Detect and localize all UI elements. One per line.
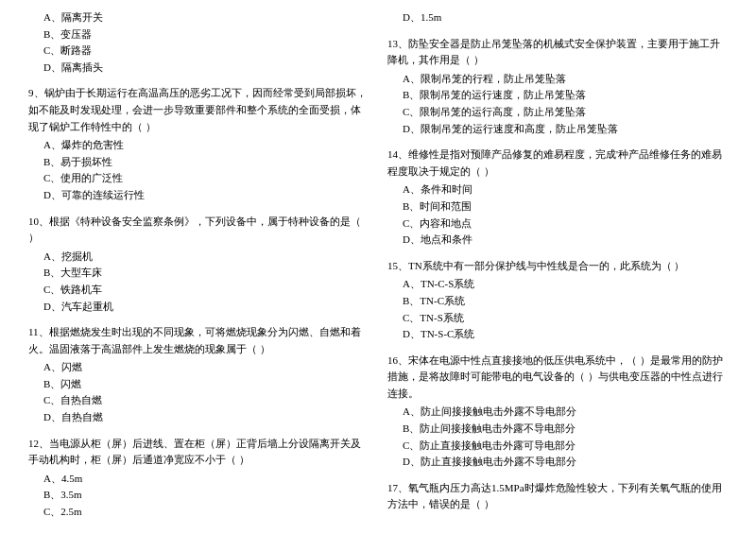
option: B、闪燃 [28,376,369,393]
question-text: 16、宋体在电源中性点直接接地的低压供电系统中，（ ）是最常用的防护措施，是将故… [387,353,728,403]
question-block: 17、氧气瓶内压力高达1.5MPa时爆炸危险性较大，下列有关氧气瓶的使用方法中，… [387,480,728,515]
question-block: 11、根据燃烧发生时出现的不同现象，可将燃烧现象分为闪燃、自燃和着火。温固液落于… [28,324,369,426]
option: A、TN-C-S系统 [387,276,728,293]
question-block: 13、防坠安全器是防止吊笼坠落的机械式安全保护装置，主要用于施工升降机，其作用是… [387,36,728,138]
question-text: 17、氧气瓶内压力高达1.5MPa时爆炸危险性较大，下列有关氧气瓶的使用方法中，… [387,480,728,513]
option: A、闪燃 [28,359,369,376]
option: C、断路器 [28,43,369,60]
question-text: 10、根据《特种设备安全监察条例》，下列设备中，属于特种设备的是（ ） [28,214,369,247]
right-column: D、1.5m13、防坠安全器是防止吊笼坠落的机械式安全保护装置，主要用于施工升降… [387,9,728,526]
option: C、限制吊笼的运行高度，防止吊笼坠落 [387,104,728,121]
option: D、1.5m [387,9,728,26]
option: A、隔离开关 [28,9,369,26]
question-text: 15、TN系统中有一部分保护线与中性线是合一的，此系统为（ ） [387,258,728,275]
question-block: 16、宋体在电源中性点直接接地的低压供电系统中，（ ）是最常用的防护措施，是将故… [387,353,728,471]
option: A、条件和时间 [387,181,728,198]
option: D、隔离插头 [28,60,369,77]
left-column: A、隔离开关B、变压器C、断路器D、隔离插头9、锅炉由于长期运行在高温高压的恶劣… [28,9,369,526]
question-block: 15、TN系统中有一部分保护线与中性线是合一的，此系统为（ ）A、TN-C-S系… [387,258,728,343]
question-text: 9、锅炉由于长期运行在高温高压的恶劣工况下，因而经常受到局部损坏，如不能及时发现… [28,85,369,135]
option: B、3.5m [28,487,369,504]
question-block: A、隔离开关B、变压器C、断路器D、隔离插头 [28,9,369,76]
option: A、4.5m [28,471,369,488]
question-block: 10、根据《特种设备安全监察条例》，下列设备中，属于特种设备的是（ ）A、挖掘机… [28,214,369,316]
question-text: 14、维修性是指对预障产品修复的难易程度，完成'种产品维修任务的难易程度取决于规… [387,146,728,180]
option: B、易于损坏性 [28,154,369,171]
question-block: 14、维修性是指对预障产品修复的难易程度，完成'种产品维修任务的难易程度取决于规… [387,146,728,249]
option: B、防止间接接触电击外露不导电部分 [387,421,728,438]
option: A、挖掘机 [28,249,369,266]
option: C、TN-S系统 [387,310,728,327]
option: B、变压器 [28,26,369,43]
option: A、防止间接接触电击外露不导电部分 [387,404,728,421]
option: C、使用的广泛性 [28,170,369,187]
page-content: A、隔离开关B、变压器C、断路器D、隔离插头9、锅炉由于长期运行在高温高压的恶劣… [28,9,728,526]
option: A、限制吊笼的行程，防止吊笼坠落 [387,71,728,88]
option: C、铁路机车 [28,282,369,299]
question-text: 12、当电源从柜（屏）后进线、置在柜（屏）正背后墙上分设隔离开关及手动机构时，柜… [28,436,369,469]
question-block: D、1.5m [387,9,728,26]
option: D、限制吊笼的运行速度和高度，防止吊笼坠落 [387,121,728,138]
question-block: 12、当电源从柜（屏）后进线、置在柜（屏）正背后墙上分设隔离开关及手动机构时，柜… [28,436,369,521]
question-text: 11、根据燃烧发生时出现的不同现象，可将燃烧现象分为闪燃、自燃和着火。温固液落于… [28,324,369,357]
option: A、爆炸的危害性 [28,137,369,154]
option: B、TN-C系统 [387,293,728,310]
option: D、TN-S-C系统 [387,326,728,343]
option: C、2.5m [28,504,369,521]
question-block: 9、锅炉由于长期运行在高温高压的恶劣工况下，因而经常受到局部损坏，如不能及时发现… [28,85,369,203]
option: C、自热自燃 [28,392,369,409]
option: C、防止直接接触电击外露可导电部分 [387,438,728,455]
option: D、可靠的连续运行性 [28,187,369,204]
option: B、限制吊笼的运行速度，防止吊笼坠落 [387,87,728,104]
option: D、防止直接接触电击外露不导电部分 [387,454,728,471]
option: C、内容和地点 [387,215,728,233]
option: D、汽车起重机 [28,299,369,316]
option: B、大型车床 [28,265,369,282]
option: D、地点和条件 [387,232,728,249]
option: B、时间和范围 [387,198,728,215]
option: D、自热自燃 [28,409,369,426]
question-text: 13、防坠安全器是防止吊笼坠落的机械式安全保护装置，主要用于施工升降机，其作用是… [387,36,728,69]
